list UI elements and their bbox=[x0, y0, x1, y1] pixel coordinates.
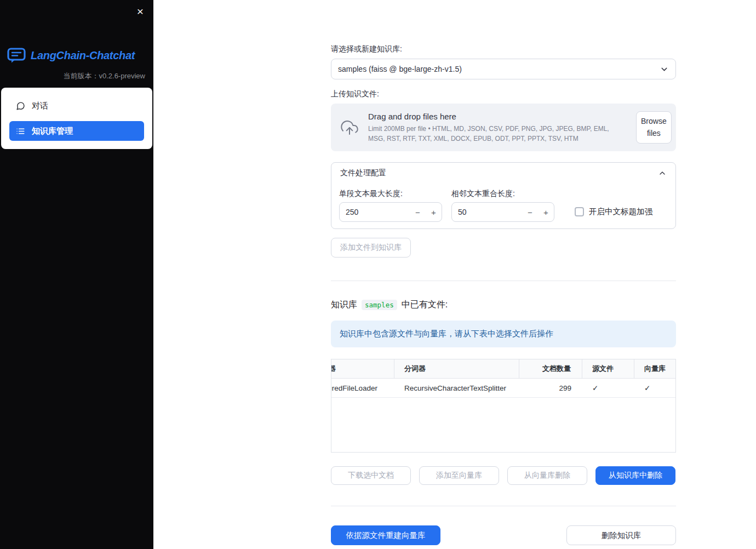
app-logo: LangChain-Chatchat bbox=[0, 0, 153, 64]
expander-body: 单段文本最大长度: 250 − + 相邻文本重合长度: 50 − + bbox=[331, 184, 675, 228]
heading-prefix: 知识库 bbox=[331, 299, 357, 311]
dropzone-text: Drag and drop files here Limit 200MB per… bbox=[368, 112, 627, 144]
cell-source-check: ✓ bbox=[582, 379, 634, 398]
upload-cloud-icon bbox=[340, 119, 359, 136]
table-actions: 下载选中文档 添加至向量库 从向量库删除 从知识库中删除 bbox=[331, 466, 676, 485]
sidebar-item-label: 知识库管理 bbox=[32, 126, 73, 136]
kb-management-page: 请选择或新建知识库: samples (faiss @ bge-large-zh… bbox=[331, 0, 676, 545]
version-label: 当前版本：v0.2.6-preview bbox=[0, 71, 153, 81]
add-to-vector-button[interactable]: 添加至向量库 bbox=[419, 466, 499, 485]
delete-kb-button[interactable]: 删除知识库 bbox=[566, 525, 676, 545]
chevron-down-icon bbox=[660, 65, 669, 74]
expander-header[interactable]: 文件处理配置 bbox=[331, 163, 675, 184]
decrement-button[interactable]: − bbox=[410, 203, 426, 221]
col-header-loader[interactable]: 文档加载器 bbox=[331, 359, 394, 379]
table-scroll-viewport[interactable]: 文档加载器 分词器 文档数量 源文件 向量库 UnstructuredFileL… bbox=[331, 359, 675, 452]
col-header-doc-count[interactable]: 文档数量 bbox=[519, 359, 582, 379]
col-header-vector[interactable]: 向量库 bbox=[634, 359, 675, 379]
kb-selectbox[interactable]: samples (faiss @ bge-large-zh-v1.5) bbox=[331, 59, 676, 79]
main-area: 请选择或新建知识库: samples (faiss @ bge-large-zh… bbox=[153, 0, 756, 549]
kb-name-code: samples bbox=[362, 300, 397, 310]
sidebar-item-dialogue[interactable]: 对话 bbox=[9, 96, 144, 116]
delete-from-kb-button[interactable]: 从知识库中删除 bbox=[595, 466, 675, 485]
delete-from-vector-button[interactable]: 从向量库删除 bbox=[507, 466, 587, 485]
overlap-label: 相邻文本重合长度: bbox=[451, 189, 554, 199]
cell-doc-count: 299 bbox=[519, 379, 582, 398]
chevron-up-icon bbox=[658, 169, 667, 178]
add-files-to-kb-button[interactable]: 添加文件到知识库 bbox=[331, 238, 411, 258]
col-header-source[interactable]: 源文件 bbox=[582, 359, 634, 379]
list-icon bbox=[16, 127, 25, 136]
overlap-field: 相邻文本重合长度: 50 − + bbox=[451, 189, 554, 222]
decrement-button[interactable]: − bbox=[522, 203, 538, 221]
table-row[interactable]: UnstructuredFileLoader RecursiveCharacte… bbox=[331, 379, 675, 398]
close-sidebar-icon[interactable]: × bbox=[134, 2, 147, 20]
kb-selected-value: samples (faiss @ bge-large-zh-v1.5) bbox=[338, 65, 462, 73]
cell-loader: UnstructuredFileLoader bbox=[331, 379, 394, 398]
browse-files-button[interactable]: Browse files bbox=[636, 111, 672, 144]
info-banner: 知识库中包含源文件与向量库，请从下表中选择文件后操作 bbox=[331, 321, 676, 347]
chat-logo-icon bbox=[7, 47, 26, 64]
overlap-value: 50 bbox=[452, 208, 522, 216]
kb-select-label: 请选择或新建知识库: bbox=[331, 44, 676, 54]
cell-vector-check: ✓ bbox=[634, 379, 675, 398]
sidebar-nav: 对话 知识库管理 bbox=[1, 88, 152, 149]
chunk-size-label: 单段文本最大长度: bbox=[339, 189, 442, 199]
expander-title: 文件处理配置 bbox=[340, 168, 386, 178]
table-header: 文档加载器 分词器 文档数量 源文件 向量库 bbox=[331, 359, 675, 379]
sidebar-item-kb-management[interactable]: 知识库管理 bbox=[9, 121, 144, 141]
overlap-input[interactable]: 50 − + bbox=[451, 202, 554, 222]
heading-suffix: 中已有文件: bbox=[402, 299, 448, 311]
file-uploader-dropzone[interactable]: Drag and drop files here Limit 200MB per… bbox=[331, 104, 676, 151]
checkbox-label: 开启中文标题加强 bbox=[589, 207, 652, 217]
dropzone-title: Drag and drop files here bbox=[368, 112, 627, 121]
divider bbox=[331, 506, 676, 506]
checkbox-icon[interactable] bbox=[575, 207, 584, 216]
chunk-size-field: 单段文本最大长度: 250 − + bbox=[339, 189, 442, 222]
chunk-size-input[interactable]: 250 − + bbox=[339, 202, 442, 222]
download-selected-button[interactable]: 下载选中文档 bbox=[331, 466, 411, 485]
file-config-expander: 文件处理配置 单段文本最大长度: 250 − + 相邻文本重合长度: bbox=[331, 162, 676, 229]
dropzone-limits: Limit 200MB per file • HTML, MD, JSON, C… bbox=[368, 124, 627, 144]
sidebar: × LangChain-Chatchat 当前版本：v0.2.6-preview… bbox=[0, 0, 153, 549]
sidebar-item-label: 对话 bbox=[32, 101, 48, 111]
divider bbox=[331, 281, 676, 281]
rebuild-vector-store-button[interactable]: 依据源文件重建向量库 bbox=[331, 525, 440, 545]
increment-button[interactable]: + bbox=[426, 203, 442, 221]
app-logo-text: LangChain-Chatchat bbox=[31, 49, 135, 62]
chunk-size-value: 250 bbox=[340, 208, 410, 216]
chat-bubble-icon bbox=[16, 101, 25, 111]
files-table[interactable]: 文档加载器 分词器 文档数量 源文件 向量库 UnstructuredFileL… bbox=[331, 359, 676, 453]
increment-button[interactable]: + bbox=[538, 203, 554, 221]
cell-splitter: RecursiveCharacterTextSplitter bbox=[394, 379, 519, 398]
existing-files-heading: 知识库 samples 中已有文件: bbox=[331, 299, 676, 311]
kb-actions: 依据源文件重建向量库 删除知识库 bbox=[331, 525, 676, 545]
upload-files-label: 上传知识文件: bbox=[331, 89, 676, 99]
zh-title-enhance-checkbox[interactable]: 开启中文标题加强 bbox=[575, 207, 652, 217]
col-header-splitter[interactable]: 分词器 bbox=[394, 359, 519, 379]
